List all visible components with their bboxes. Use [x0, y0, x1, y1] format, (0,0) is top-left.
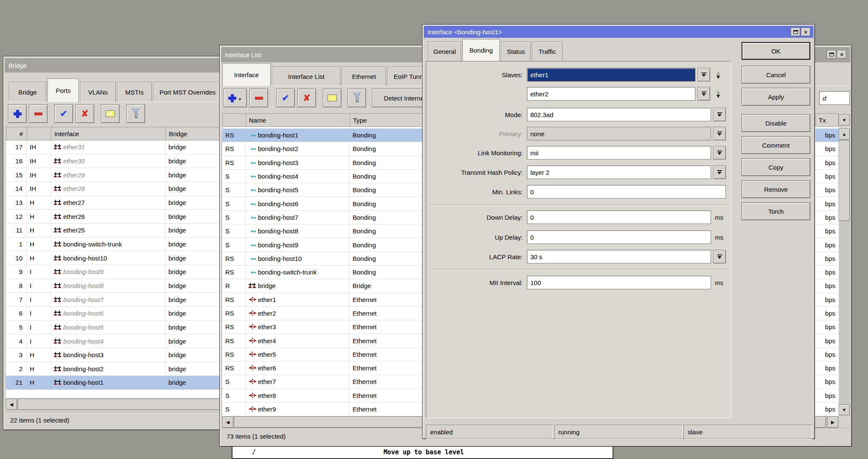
- table-row[interactable]: RS ether4 Ethernet: [222, 334, 443, 347]
- table-row[interactable]: 8 I bonding-host8 bridge: [6, 279, 255, 293]
- table-row[interactable]: 11 H ether25 bridge: [6, 224, 255, 238]
- table-row[interactable]: 9 I bonding-host9 bridge: [6, 265, 255, 279]
- remove-button[interactable]: [249, 89, 268, 107]
- mode-dropdown-button[interactable]: [713, 108, 726, 121]
- table-row[interactable]: S bonding-host6 Bonding: [222, 197, 443, 210]
- add-dropdown-button[interactable]: [223, 89, 247, 107]
- remove-button[interactable]: [29, 104, 48, 123]
- tx-column-header[interactable]: Tx: [815, 113, 839, 127]
- tab-status[interactable]: Status: [501, 42, 531, 61]
- mode-select[interactable]: 802.3ad: [527, 108, 711, 121]
- comment-button[interactable]: Comment: [742, 136, 810, 154]
- interface-table-header[interactable]: Name △ Type: [222, 113, 443, 127]
- table-row[interactable]: RS ether3 Ethernet: [222, 320, 443, 334]
- tab-interface[interactable]: Interface: [222, 63, 271, 86]
- table-row[interactable]: 21 H bonding-host1 bridge: [6, 376, 255, 390]
- table-row[interactable]: S bonding-host5 Bonding: [222, 183, 443, 197]
- column-header-flags[interactable]: [223, 114, 246, 126]
- terminal-window[interactable]: / Move up to base level: [232, 445, 613, 459]
- table-row[interactable]: S bonding-host8 Bonding: [222, 224, 443, 238]
- table-row[interactable]: RS ether6 Ethernet: [222, 361, 443, 375]
- mii-interval-input[interactable]: 100: [527, 276, 711, 289]
- table-row[interactable]: 2 H bonding-host2 bridge: [6, 362, 255, 376]
- tab-bonding[interactable]: Bonding: [462, 39, 500, 61]
- tab-interface-list[interactable]: Interface List: [272, 67, 341, 86]
- table-row[interactable]: 15 IH ether29 bridge: [6, 168, 255, 182]
- table-row[interactable]: 7 I bonding-host7 bridge: [6, 293, 255, 307]
- table-row[interactable]: R bridge Bridge: [222, 279, 443, 293]
- interface-vscrollbar[interactable]: ▲ ▼: [839, 129, 850, 415]
- remove-button[interactable]: Remove: [742, 180, 810, 198]
- down-delay-input[interactable]: 0: [527, 210, 711, 224]
- bridge-table-header[interactable]: # Interface ▽ Bridge: [6, 127, 255, 140]
- close-button[interactable]: ×: [837, 50, 846, 59]
- disable-button[interactable]: [297, 89, 316, 107]
- table-row[interactable]: RS bonding-host10 Bonding: [222, 252, 443, 266]
- table-row[interactable]: S ether8 Ethernet: [222, 389, 443, 403]
- move-down-icon[interactable]: ▼: [715, 75, 721, 79]
- lacp-rate-select[interactable]: 30 s: [527, 250, 711, 263]
- scrollbar-thumb[interactable]: [839, 140, 850, 221]
- filter-triangle-icon[interactable]: ▽: [159, 131, 163, 137]
- scroll-up-icon[interactable]: ▲: [839, 129, 850, 140]
- tab-mstis[interactable]: MSTIs: [117, 82, 152, 102]
- table-row[interactable]: S bonding-host9 Bonding: [222, 238, 443, 252]
- comment-button[interactable]: [323, 89, 342, 107]
- add-button[interactable]: [8, 104, 27, 123]
- slave2-input[interactable]: ether2: [527, 87, 695, 101]
- primary-dropdown-button[interactable]: [713, 127, 726, 140]
- up-delay-input[interactable]: 0: [527, 230, 711, 244]
- close-button[interactable]: ×: [801, 28, 810, 36]
- cancel-button[interactable]: Cancel: [742, 66, 810, 84]
- column-chooser-button[interactable]: ▼: [839, 115, 850, 126]
- table-row[interactable]: RS bonding-switch-trunk Bonding: [222, 266, 443, 279]
- enable-button[interactable]: [54, 104, 73, 123]
- primary-select[interactable]: none: [527, 127, 711, 140]
- bridge-hscrollbar[interactable]: ◀: [6, 398, 255, 410]
- table-row[interactable]: RS ether2 Ethernet: [222, 307, 443, 320]
- transmit-hash-select[interactable]: layer 2: [527, 165, 711, 179]
- tab-ethernet[interactable]: Ethernet: [342, 67, 386, 86]
- table-row[interactable]: S ether9 Ethernet: [222, 403, 443, 416]
- copy-button[interactable]: Copy: [742, 158, 810, 176]
- table-row[interactable]: RS bonding-host3 Bonding: [222, 156, 443, 170]
- table-row[interactable]: RS bonding-host1 Bonding: [222, 129, 443, 142]
- disable-button[interactable]: Disable: [742, 114, 810, 132]
- link-monitoring-select[interactable]: mii: [527, 146, 711, 160]
- table-row[interactable]: RS ether5 Ethernet: [222, 348, 443, 361]
- table-row[interactable]: 3 H bonding-host3 bridge: [6, 348, 255, 362]
- table-row[interactable]: 10 H bonding-host10 bridge: [6, 251, 255, 265]
- slave2-dropdown-button[interactable]: [697, 87, 710, 101]
- enable-button[interactable]: [276, 89, 295, 107]
- column-header-number[interactable]: #: [6, 127, 27, 140]
- scroll-down-icon[interactable]: ▼: [839, 404, 850, 415]
- lacp-rate-dropdown-button[interactable]: [713, 250, 726, 263]
- tab-vlans[interactable]: VLANs: [80, 82, 116, 102]
- tab-bridge[interactable]: Bridge: [9, 82, 46, 102]
- tab-general[interactable]: General: [428, 42, 461, 61]
- table-row[interactable]: 6 I bonding-host6 bridge: [6, 307, 255, 321]
- slave1-dropdown-button[interactable]: [697, 68, 710, 81]
- find-input[interactable]: d: [819, 91, 850, 105]
- link-monitoring-dropdown-button[interactable]: [713, 146, 726, 160]
- filter-button[interactable]: [126, 104, 145, 123]
- table-row[interactable]: S bonding-host4 Bonding: [222, 170, 443, 183]
- table-row[interactable]: S ether7 Ethernet: [222, 375, 443, 389]
- scroll-right-icon[interactable]: ▶: [827, 417, 838, 428]
- maximize-button[interactable]: [827, 50, 836, 59]
- scroll-left-icon[interactable]: ◀: [6, 399, 17, 410]
- tab-ports[interactable]: Ports: [48, 78, 79, 102]
- slave1-input[interactable]: ether1: [527, 68, 695, 81]
- table-row[interactable]: 5 I bonding-host5 bridge: [6, 321, 255, 335]
- table-row[interactable]: 16 IH ether30 bridge: [6, 154, 255, 168]
- table-row[interactable]: 1 H bonding-switch-trunk bridge: [6, 238, 255, 252]
- dialog-titlebar[interactable]: Interface <bonding-host1>: [424, 26, 813, 38]
- apply-button[interactable]: Apply: [742, 88, 810, 106]
- column-header-name[interactable]: Name △: [246, 114, 350, 126]
- table-row[interactable]: 12 H ether26 bridge: [6, 210, 255, 224]
- table-row[interactable]: 17 IH ether31 bridge: [6, 140, 255, 154]
- tab-traffic[interactable]: Traffic: [532, 42, 563, 61]
- table-row[interactable]: 13 H ether27 bridge: [6, 196, 255, 210]
- table-row[interactable]: S bonding-host7 Bonding: [222, 211, 443, 224]
- maximize-button[interactable]: [791, 28, 800, 36]
